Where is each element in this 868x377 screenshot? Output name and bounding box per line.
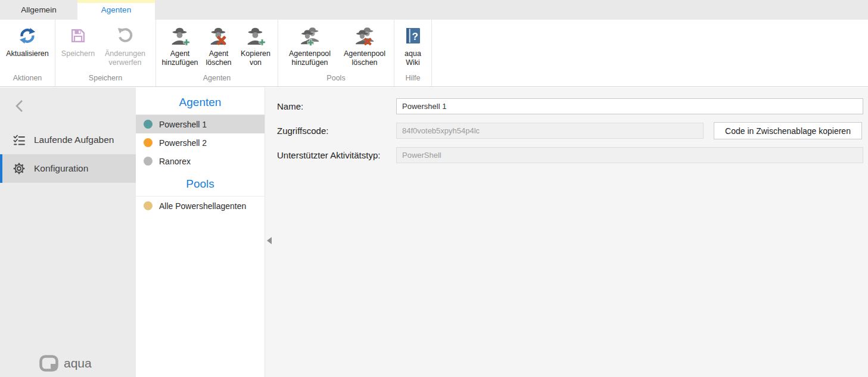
agent-loeschen-button[interactable]: Agent löschen: [201, 23, 237, 67]
pool-list-item-alle-powershellagenten[interactable]: Alle Powershellagenten: [136, 197, 265, 215]
group-label-agenten: Agenten: [159, 71, 275, 86]
pool-name: Alle Powershellagenten: [159, 201, 246, 211]
aqua-logo-text: aqua: [64, 356, 92, 370]
content-area: Laufende Aufgaben: [0, 88, 868, 377]
agentpool-delete-icon: [354, 24, 375, 48]
agent-name: Powershell 1: [159, 120, 207, 129]
ribbon-group-pools: Agentenpool hinzufügen: [278, 20, 394, 86]
ribbon-group-agenten: Agent hinzufügen: [155, 20, 278, 86]
tab-allgemein-label: Allgemein: [21, 5, 56, 14]
undo-icon: [116, 24, 134, 48]
agent-status-dot: [144, 157, 153, 166]
zugriffscode-input[interactable]: [396, 123, 704, 139]
aqua-wiki-button[interactable]: ? aqua Wiki: [397, 23, 428, 67]
sidebar: Laufende Aufgaben: [0, 88, 136, 377]
aktivitaetstyp-input[interactable]: [396, 147, 863, 163]
agent-list-item-ranorex[interactable]: Ranorex: [136, 152, 265, 170]
pools-header: Pools: [136, 170, 265, 197]
group-label-speichern: Speichern: [58, 71, 153, 86]
ribbon-group-hilfe: ? aqua Wiki Hilfe: [394, 20, 432, 86]
ribbon-group-speichern: Speichern Änderungen verwerfen Speichern: [55, 20, 155, 86]
aenderungen-verwerfen-button[interactable]: Änderungen verwerfen: [98, 23, 153, 67]
refresh-icon: [18, 24, 36, 48]
chevron-left-icon: [15, 99, 24, 113]
agent-copy-icon: [245, 24, 266, 48]
agents-panel: Agenten Powershell 1 Powershell 2 Ranore…: [136, 88, 265, 377]
agent-list-item-powershell-2[interactable]: Powershell 2: [136, 133, 265, 152]
ribbon-group-aktionen: Aktualisieren Aktionen: [0, 20, 55, 86]
group-label-pools: Pools: [281, 71, 391, 86]
sidebar-item-laufende-aufgaben[interactable]: Laufende Aufgaben: [0, 126, 136, 154]
ribbon: Aktualisieren Aktionen Speichern: [0, 20, 868, 87]
panel-splitter[interactable]: [265, 88, 273, 377]
sidebar-nav: Laufende Aufgaben: [0, 126, 136, 183]
form-row-aktivitaetstyp: Unterstützter Aktivitätstyp:: [277, 147, 863, 163]
aqua-logo: aqua: [39, 355, 92, 372]
sidebar-item-label: Konfiguration: [34, 163, 88, 174]
agentenpool-loeschen-label: Agentenpool löschen: [340, 49, 390, 67]
aktualisieren-label: Aktualisieren: [6, 49, 49, 58]
agent-name: Powershell 2: [159, 138, 207, 148]
wiki-icon: ?: [403, 24, 422, 48]
app-window: Allgemein Agenten Aktualisier: [0, 0, 868, 377]
group-label-hilfe: Hilfe: [397, 71, 428, 86]
tab-allgemein[interactable]: Allgemein: [0, 0, 77, 20]
agent-delete-icon: [209, 24, 229, 48]
pool-status-dot: [144, 201, 153, 210]
aktivitaetstyp-label: Unterstützter Aktivitätstyp:: [277, 150, 396, 160]
agent-status-dot: [144, 120, 153, 129]
agent-status-dot: [144, 138, 153, 147]
aqua-wiki-label: aqua Wiki: [399, 49, 427, 67]
save-icon: [69, 24, 87, 48]
agent-loeschen-label: Agent löschen: [202, 49, 235, 67]
tab-agenten-label: Agenten: [101, 5, 131, 14]
sidebar-item-label: Laufende Aufgaben: [34, 135, 114, 145]
collapse-panel-icon[interactable]: [267, 237, 272, 244]
aenderungen-verwerfen-label: Änderungen verwerfen: [99, 49, 151, 67]
name-label: Name:: [277, 101, 396, 111]
form-row-name: Name:: [277, 98, 863, 114]
sidebar-item-konfiguration[interactable]: Konfiguration: [0, 154, 136, 183]
kopieren-von-label: Kopieren von: [238, 49, 273, 67]
gear-icon: [13, 163, 25, 175]
agentenpool-hinzufuegen-button[interactable]: Agentenpool hinzufügen: [281, 23, 338, 67]
agent-hinzufuegen-button[interactable]: Agent hinzufügen: [159, 23, 201, 67]
name-input[interactable]: [396, 98, 863, 114]
tab-bar: Allgemein Agenten: [0, 0, 868, 20]
svg-text:?: ?: [412, 31, 418, 42]
agent-detail-form: Name: Zugriffscode: Code in Zwischenabla…: [273, 88, 868, 377]
aqua-logo-icon: [39, 355, 58, 372]
speichern-label: Speichern: [61, 49, 95, 58]
agent-name: Ranorex: [159, 157, 191, 166]
agent-hinzufuegen-label: Agent hinzufügen: [160, 49, 200, 67]
group-label-aktionen: Aktionen: [3, 71, 52, 86]
agentpool-add-icon: [299, 24, 321, 48]
kopieren-von-button[interactable]: Kopieren von: [237, 23, 275, 67]
form-row-zugriffscode: Zugriffscode: Code in Zwischenablage kop…: [277, 122, 863, 139]
agent-list-item-powershell-1[interactable]: Powershell 1: [136, 115, 265, 133]
aktualisieren-button[interactable]: Aktualisieren: [3, 23, 52, 58]
collapse-sidebar-button[interactable]: [15, 99, 24, 113]
tasks-icon: [13, 134, 25, 146]
tab-agenten[interactable]: Agenten: [77, 0, 155, 20]
agents-header: Agenten: [136, 88, 265, 115]
agentenpool-hinzufuegen-label: Agentenpool hinzufügen: [282, 49, 337, 67]
agentenpool-loeschen-button[interactable]: Agentenpool löschen: [338, 23, 391, 67]
speichern-button[interactable]: Speichern: [58, 23, 98, 58]
zugriffscode-label: Zugriffscode:: [277, 126, 396, 136]
agent-add-icon: [170, 24, 190, 48]
copy-code-button[interactable]: Code in Zwischenablage kopieren: [714, 122, 862, 139]
